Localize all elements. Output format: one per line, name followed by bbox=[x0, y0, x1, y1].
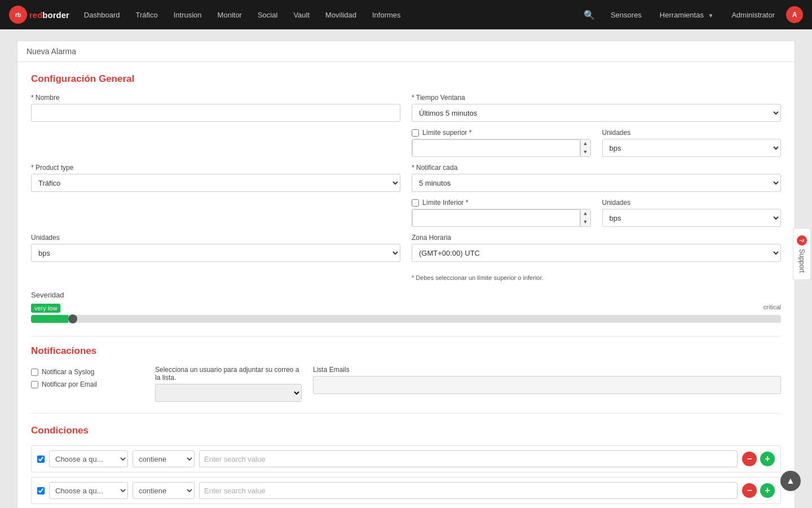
notificar-cada-label: * Notificar cada bbox=[412, 164, 781, 172]
severity-high-badge: critical bbox=[764, 304, 781, 313]
nav-dashboard[interactable]: Dashboard bbox=[77, 7, 127, 23]
notificar-cada-select[interactable]: 5 minutos 10 minutos 30 minutos 60 minut… bbox=[412, 174, 781, 192]
email-list-label: Lista Emails bbox=[313, 366, 781, 374]
section-condiciones: Condiciones bbox=[31, 425, 781, 436]
condition-2-checkbox[interactable] bbox=[37, 487, 45, 494]
brand-text: redborder bbox=[29, 10, 69, 20]
limite-note: * Debes seleccionar un límite superior o… bbox=[412, 269, 781, 282]
notificar-cada-group: * Notificar cada 5 minutos 10 minutos 30… bbox=[412, 164, 781, 192]
condition-2-search-input[interactable] bbox=[199, 482, 738, 499]
limite-inferior-checkbox[interactable] bbox=[412, 199, 419, 207]
nav-trafico[interactable]: Tráfico bbox=[129, 7, 164, 23]
condition-1-operator-select[interactable]: contiene es igual no contiene bbox=[133, 450, 195, 467]
severity-labels: very low critical bbox=[31, 304, 781, 313]
brand-logo: rb bbox=[9, 6, 27, 24]
zona-horaria-label: Zona Horaria bbox=[412, 234, 781, 242]
condition-2-operator-select[interactable]: contiene es igual no contiene bbox=[133, 482, 195, 499]
product-type-select[interactable]: Tráfico Intrusion Monitor bbox=[31, 174, 400, 192]
scroll-to-top-button[interactable]: ▲ bbox=[780, 471, 801, 491]
limite-superior-input[interactable] bbox=[412, 139, 580, 157]
form-panel: Configuración General * Nombre * Tiempo … bbox=[17, 62, 795, 508]
unidades-2-select[interactable]: bps kbps mbps bbox=[602, 209, 782, 227]
condition-row-1: Choose a qu... contiene es igual no cont… bbox=[31, 445, 781, 472]
nav-vault[interactable]: Vault bbox=[286, 7, 316, 23]
condition-1-type-select[interactable]: Choose a qu... bbox=[49, 450, 128, 467]
section-divider-2 bbox=[31, 413, 781, 414]
tiempo-ventana-label: * Tiempo Ventana bbox=[412, 94, 781, 102]
nav-social[interactable]: Social bbox=[251, 7, 284, 23]
notif-grid: Notificar a Syslog Notificar por Email S… bbox=[31, 366, 781, 402]
unidades-3-select[interactable]: bps kbps mbps bbox=[31, 244, 400, 262]
severity-slider[interactable] bbox=[31, 315, 781, 323]
user-select-label: Selecciona un usuario para adjuntar su c… bbox=[155, 366, 302, 382]
support-icon: ? bbox=[797, 235, 807, 246]
limite-superior-down-btn[interactable]: ▼ bbox=[581, 148, 590, 156]
unidades-2-group: Unidades bps kbps mbps bbox=[602, 199, 782, 227]
condition-1-buttons: − + bbox=[742, 452, 775, 466]
search-icon[interactable]: 🔍 bbox=[579, 7, 599, 23]
condition-2-add-button[interactable]: + bbox=[760, 483, 775, 498]
condition-2-type-select[interactable]: Choose a qu... bbox=[49, 482, 128, 499]
condition-1-remove-button[interactable]: − bbox=[742, 452, 757, 466]
nav-monitor[interactable]: Monitor bbox=[211, 7, 249, 23]
svg-text:rb: rb bbox=[15, 12, 21, 18]
condition-row-2: Choose a qu... contiene es igual no cont… bbox=[31, 477, 781, 504]
email-checkbox-label[interactable]: Notificar por Email bbox=[31, 380, 144, 388]
avatar[interactable]: A bbox=[786, 6, 803, 23]
limite-superior-group: Límite superior * ▲ ▼ bbox=[412, 129, 591, 157]
severity-section: Severidad very low critical bbox=[31, 291, 781, 325]
condition-2-remove-button[interactable]: − bbox=[742, 483, 757, 498]
condition-1-add-button[interactable]: + bbox=[760, 452, 775, 466]
nav-intrusion[interactable]: Intrusion bbox=[167, 7, 209, 23]
main-content: Nueva Alarma Configuración General * Nom… bbox=[0, 29, 812, 508]
nav-movilidad[interactable]: Movilidad bbox=[319, 7, 363, 23]
email-list-display bbox=[313, 376, 781, 394]
limite-superior-up-btn[interactable]: ▲ bbox=[581, 139, 590, 148]
nombre-label: * Nombre bbox=[31, 94, 400, 102]
nav-herramientas[interactable]: Herramientas ▼ bbox=[653, 7, 721, 23]
limite-inferior-up-btn[interactable]: ▲ bbox=[581, 209, 590, 218]
section-notificaciones: Notificaciones bbox=[31, 345, 781, 357]
limite-inferior-input[interactable] bbox=[412, 209, 580, 227]
support-tab[interactable]: ? Support bbox=[793, 228, 811, 280]
limite-superior-checkbox[interactable] bbox=[412, 129, 419, 137]
condition-1-checkbox[interactable] bbox=[37, 456, 45, 463]
user-select-group: Selecciona un usuario para adjuntar su c… bbox=[155, 366, 302, 402]
severity-low-badge: very low bbox=[31, 304, 60, 313]
nav-informes[interactable]: Informes bbox=[365, 7, 408, 23]
unidades-3-group: Unidades bps kbps mbps bbox=[31, 234, 400, 262]
limite-inferior-down-btn[interactable]: ▼ bbox=[581, 218, 590, 226]
section-divider-1 bbox=[31, 336, 781, 336]
syslog-checkbox[interactable] bbox=[31, 369, 38, 376]
tiempo-ventana-select[interactable]: Últimos 5 minutos Últimos 10 minutos Últ… bbox=[412, 104, 781, 122]
product-type-group: * Product type Tráfico Intrusion Monitor bbox=[31, 164, 400, 192]
unidades-1-label: Unidades bbox=[602, 129, 782, 137]
section-configuracion-general: Configuración General bbox=[31, 73, 781, 85]
nav-sensores[interactable]: Sensores bbox=[604, 7, 648, 23]
syslog-checkbox-label[interactable]: Notificar a Syslog bbox=[31, 368, 144, 376]
limite-inferior-label: Límite Inferior * bbox=[422, 199, 468, 207]
nombre-group: * Nombre bbox=[31, 94, 400, 122]
unidades-1-select[interactable]: bps kbps mbps bbox=[602, 139, 782, 157]
limite-inferior-group: Límite Inferior * ▲ ▼ bbox=[412, 199, 591, 227]
herramientas-dropdown-icon: ▼ bbox=[708, 12, 714, 19]
page-header: Nueva Alarma bbox=[17, 41, 795, 62]
email-checkbox[interactable] bbox=[31, 381, 38, 388]
limite-superior-label: Límite superior * bbox=[422, 129, 471, 137]
nav-administrator[interactable]: Administrator bbox=[725, 7, 782, 23]
notif-checkboxes: Notificar a Syslog Notificar por Email bbox=[31, 366, 144, 388]
brand[interactable]: rb redborder bbox=[9, 6, 69, 24]
conditions-section: Condiciones Choose a qu... contiene es i… bbox=[31, 425, 781, 504]
nombre-input[interactable] bbox=[31, 104, 400, 122]
condition-1-search-input[interactable] bbox=[199, 450, 738, 467]
support-label: Support bbox=[798, 249, 806, 273]
user-select[interactable] bbox=[155, 384, 302, 402]
product-type-label: * Product type bbox=[31, 164, 400, 172]
tiempo-ventana-group: * Tiempo Ventana Últimos 5 minutos Últim… bbox=[412, 94, 781, 122]
unidades-1-group: Unidades bps kbps mbps bbox=[602, 129, 782, 157]
zona-horaria-select[interactable]: (GMT+00:00) UTC bbox=[412, 244, 781, 262]
email-list-group: Lista Emails bbox=[313, 366, 781, 394]
unidades-3-label: Unidades bbox=[31, 234, 400, 242]
unidades-2-label: Unidades bbox=[602, 199, 782, 207]
severidad-label: Severidad bbox=[31, 291, 781, 299]
